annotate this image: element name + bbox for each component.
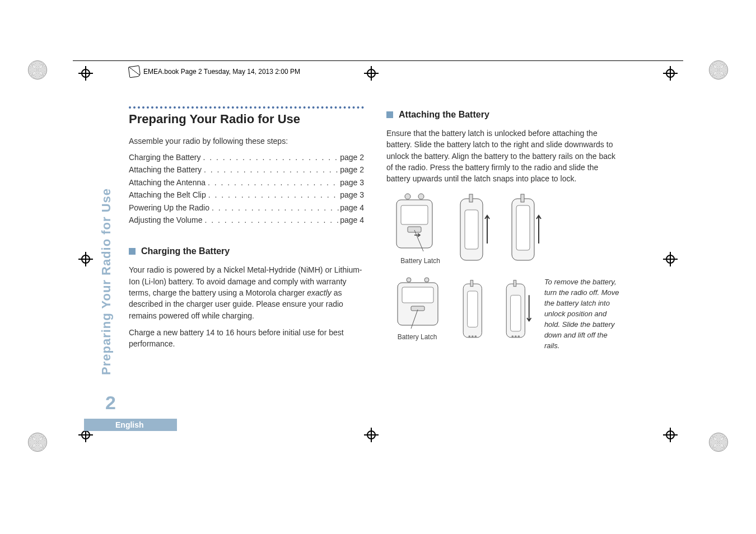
side-tab-title: Preparing Your Radio for Use	[96, 185, 116, 375]
toc-page: page 3	[340, 176, 364, 189]
svg-rect-19	[468, 291, 478, 327]
toc-page: page 2	[340, 163, 364, 176]
illustration-row-2: Battery Latch To remove the battery, tur…	[386, 277, 622, 351]
svg-point-29	[517, 336, 520, 338]
svg-point-2	[405, 194, 410, 199]
registration-mark	[78, 252, 93, 266]
subheading-attaching: Attaching the Battery	[386, 110, 622, 120]
radio-back-icon	[386, 193, 442, 255]
toc-page: page 3	[340, 189, 364, 201]
registration-mark	[78, 66, 93, 81]
toc-page: page 4	[340, 202, 364, 214]
toc-row: Adjusting the Volume page 4	[129, 214, 364, 226]
illustration-row-1: Battery Latch	[386, 193, 622, 266]
intro-text: Assemble your radio by following these s…	[129, 137, 364, 146]
corner-disc	[709, 433, 728, 452]
svg-point-22	[472, 336, 474, 338]
toc-dots	[200, 151, 340, 163]
registration-mark	[364, 66, 379, 81]
corner-disc	[28, 60, 47, 79]
svg-rect-11	[521, 194, 524, 202]
header-stamp-text: EMEA.book Page 2 Tuesday, May 14, 2013 2…	[143, 68, 300, 76]
square-bullet-icon	[129, 248, 136, 255]
radio-side-slide-down-icon	[458, 277, 491, 344]
toc-dots	[202, 163, 340, 176]
subheading-text: Attaching the Battery	[399, 110, 489, 120]
radio-back-small-icon	[386, 277, 448, 331]
toc-dots	[203, 214, 340, 226]
svg-point-14	[407, 278, 411, 282]
toc-label: Attaching the Antenna	[129, 176, 206, 189]
caption-latch: Battery Latch	[386, 257, 442, 265]
caption-latch-2: Battery Latch	[386, 333, 448, 341]
toc-row: Attaching the Belt Clip page 3	[129, 189, 364, 201]
content-area: Preparing Your Radio for Use Assemble yo…	[129, 106, 627, 351]
toc-label: Adjusting the Volume	[129, 214, 203, 226]
illustration-radio-back-latch-2: Battery Latch	[386, 277, 448, 341]
toc-label: Attaching the Battery	[129, 163, 202, 176]
corner-disc	[28, 433, 47, 452]
language-label: English	[115, 420, 144, 429]
registration-mark	[663, 66, 678, 81]
body-paragraph: Your radio is powered by a Nickel Metal-…	[129, 264, 364, 321]
toc-dots	[209, 202, 340, 214]
toc-row: Powering Up the Radio page 4	[129, 202, 364, 214]
radio-side-remove-icon	[501, 277, 534, 344]
toc-label: Attaching the Belt Clip	[129, 189, 206, 201]
toc-dots	[206, 176, 340, 189]
svg-rect-26	[514, 280, 516, 287]
radio-side-slide-up-icon	[454, 193, 494, 266]
svg-point-21	[468, 336, 470, 338]
registration-mark	[364, 428, 379, 442]
subheading-charging: Charging the Battery	[129, 246, 364, 256]
toc-page: page 2	[340, 151, 364, 163]
left-column: Preparing Your Radio for Use Assemble yo…	[129, 106, 364, 351]
corner-disc	[709, 60, 728, 79]
svg-point-3	[418, 194, 424, 199]
radio-side-locked-icon	[505, 193, 545, 266]
header-rule	[73, 60, 683, 61]
header-stamp: EMEA.book Page 2 Tuesday, May 14, 2013 2…	[129, 66, 300, 77]
toc-dots	[206, 189, 340, 201]
subheading-text: Charging the Battery	[141, 246, 230, 256]
svg-point-28	[515, 336, 517, 338]
svg-rect-1	[401, 205, 428, 224]
remove-battery-note: To remove the battery, turn the radio of…	[544, 277, 622, 351]
svg-point-15	[424, 278, 429, 282]
illustration-radio-back-latch: Battery Latch	[386, 193, 442, 266]
svg-point-23	[474, 336, 477, 338]
toc-row: Attaching the Battery page 2	[129, 163, 364, 176]
svg-rect-25	[511, 296, 521, 331]
toc-row: Charging the Battery page 2	[129, 151, 364, 163]
toc-label: Powering Up the Radio	[129, 202, 209, 214]
page-title: Preparing Your Radio for Use	[129, 112, 364, 127]
svg-rect-20	[470, 280, 473, 287]
svg-point-27	[511, 336, 514, 338]
square-bullet-icon	[386, 111, 393, 118]
registration-mark	[663, 252, 678, 266]
svg-rect-13	[402, 287, 433, 303]
svg-rect-4	[408, 227, 421, 232]
svg-rect-8	[469, 194, 473, 202]
svg-rect-7	[465, 210, 478, 249]
language-bar: English	[84, 419, 177, 431]
svg-rect-10	[516, 205, 530, 250]
toc-page: page 4	[340, 214, 364, 226]
page-number: 2	[105, 392, 116, 414]
toc-row: Attaching the Antenna page 3	[129, 176, 364, 189]
body-paragraph: Ensure that the battery latch is unlocke…	[386, 128, 622, 184]
toc-label: Charging the Battery	[129, 151, 200, 163]
registration-mark	[663, 428, 678, 442]
dashed-rule	[129, 106, 364, 109]
body-paragraph: Charge a new battery 14 to 16 hours befo…	[129, 327, 364, 350]
book-icon	[128, 65, 141, 78]
emphasis: exactly	[307, 288, 332, 297]
right-column: Attaching the Battery Ensure that the ba…	[386, 106, 622, 351]
toc-list: Charging the Battery page 2 Attaching th…	[129, 151, 364, 226]
